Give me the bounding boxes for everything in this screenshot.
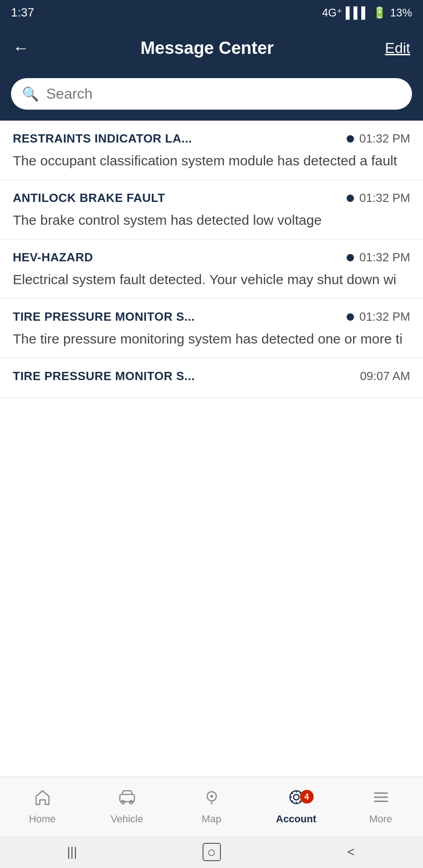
unread-dot-1 bbox=[347, 135, 354, 143]
message-item-5[interactable]: TIRE PRESSURE MONITOR S... 09:07 AM bbox=[0, 358, 423, 398]
search-bar[interactable]: 🔍 bbox=[11, 78, 412, 110]
home-icon bbox=[33, 788, 52, 810]
status-icons: 4G⁺ ▌▌▌ 🔋 13% bbox=[322, 6, 412, 19]
message-body-2: The brake control system has detected lo… bbox=[13, 211, 410, 230]
status-bar: 1:37 4G⁺ ▌▌▌ 🔋 13% bbox=[0, 0, 423, 25]
message-meta-4: 01:32 PM bbox=[347, 310, 410, 324]
unread-dot-3 bbox=[347, 254, 354, 261]
message-title-1: RESTRAINTS INDICATOR LA... bbox=[13, 132, 192, 146]
message-time-5: 09:07 AM bbox=[360, 369, 410, 383]
android-recents-button[interactable]: ||| bbox=[59, 843, 86, 861]
battery-icon: 🔋 bbox=[373, 6, 386, 19]
message-list: RESTRAINTS INDICATOR LA... 01:32 PM The … bbox=[0, 121, 423, 398]
back-button[interactable]: ← bbox=[13, 38, 29, 58]
android-nav: ||| ○ < bbox=[0, 836, 423, 868]
message-meta-1: 01:32 PM bbox=[347, 132, 410, 146]
message-item-1[interactable]: RESTRAINTS INDICATOR LA... 01:32 PM The … bbox=[0, 121, 423, 180]
nav-home[interactable]: Home bbox=[0, 783, 85, 830]
nav-home-label: Home bbox=[29, 813, 56, 825]
unread-dot-4 bbox=[347, 313, 354, 321]
nav-vehicle[interactable]: Vehicle bbox=[85, 783, 169, 830]
message-item-3[interactable]: HEV-HAZARD 01:32 PM Electrical system fa… bbox=[0, 239, 423, 299]
message-header-3: HEV-HAZARD 01:32 PM bbox=[13, 250, 410, 265]
vehicle-icon bbox=[118, 788, 136, 810]
nav-more-label: More bbox=[369, 813, 392, 825]
nav-account-label: Account bbox=[276, 813, 316, 825]
nav-more[interactable]: More bbox=[338, 783, 423, 830]
android-back-button[interactable]: < bbox=[337, 843, 365, 861]
message-time-3: 01:32 PM bbox=[359, 250, 410, 265]
nav-vehicle-label: Vehicle bbox=[111, 813, 143, 825]
message-title-3: HEV-HAZARD bbox=[13, 250, 93, 265]
message-body-1: The occupant classification system modul… bbox=[13, 151, 410, 170]
message-meta-5: 09:07 AM bbox=[360, 369, 410, 383]
message-title-2: ANTILOCK BRAKE FAULT bbox=[13, 191, 165, 205]
bottom-nav: Home Vehicle Map bbox=[0, 777, 423, 836]
message-time-2: 01:32 PM bbox=[359, 191, 410, 205]
message-item-2[interactable]: ANTILOCK BRAKE FAULT 01:32 PM The brake … bbox=[0, 180, 423, 239]
map-icon bbox=[203, 788, 221, 810]
nav-map[interactable]: Map bbox=[169, 783, 254, 830]
message-time-1: 01:32 PM bbox=[359, 132, 410, 146]
message-header-2: ANTILOCK BRAKE FAULT 01:32 PM bbox=[13, 191, 410, 205]
message-time-4: 01:32 PM bbox=[359, 310, 410, 324]
svg-line-14 bbox=[291, 801, 293, 802]
page-title: Message Center bbox=[29, 38, 385, 58]
svg-line-11 bbox=[291, 793, 293, 794]
nav-map-label: Map bbox=[202, 813, 221, 825]
message-header-1: RESTRAINTS INDICATOR LA... 01:32 PM bbox=[13, 132, 410, 146]
signal-icon: 4G⁺ ▌▌▌ bbox=[322, 6, 369, 19]
message-body-3: Electrical system fault detected. Your v… bbox=[13, 270, 410, 289]
search-icon: 🔍 bbox=[22, 86, 39, 102]
message-item-4[interactable]: TIRE PRESSURE MONITOR S... 01:32 PM The … bbox=[0, 299, 423, 358]
nav-account[interactable]: 4 Account bbox=[254, 783, 338, 830]
battery-level: 13% bbox=[390, 6, 412, 19]
unread-dot-2 bbox=[347, 195, 354, 202]
svg-line-12 bbox=[300, 801, 301, 802]
search-container: 🔍 bbox=[0, 71, 423, 121]
edit-button[interactable]: Edit bbox=[385, 40, 410, 57]
message-header-4: TIRE PRESSURE MONITOR S... 01:32 PM bbox=[13, 310, 410, 324]
message-header-5: TIRE PRESSURE MONITOR S... 09:07 AM bbox=[13, 369, 410, 383]
svg-point-6 bbox=[294, 794, 299, 800]
account-badge: 4 bbox=[300, 790, 314, 804]
svg-point-4 bbox=[210, 795, 213, 798]
message-body-4: The tire pressure monitoring system has … bbox=[13, 329, 410, 349]
android-home-button[interactable]: ○ bbox=[203, 843, 221, 861]
header: ← Message Center Edit bbox=[0, 25, 423, 71]
more-icon bbox=[372, 788, 390, 810]
message-title-4: TIRE PRESSURE MONITOR S... bbox=[13, 310, 195, 324]
message-meta-2: 01:32 PM bbox=[347, 191, 410, 205]
search-input[interactable] bbox=[46, 85, 401, 102]
message-title-5: TIRE PRESSURE MONITOR S... bbox=[13, 369, 195, 383]
message-meta-3: 01:32 PM bbox=[347, 250, 410, 265]
status-time: 1:37 bbox=[11, 5, 34, 20]
